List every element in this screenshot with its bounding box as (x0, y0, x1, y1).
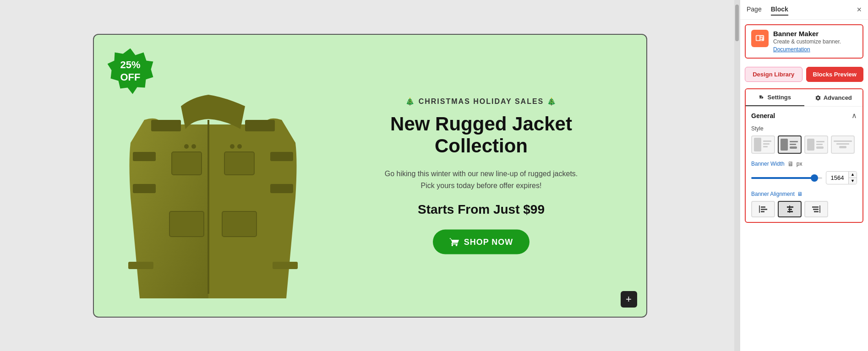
style-option-3[interactable] (804, 135, 828, 154)
cart-icon (449, 237, 459, 247)
jacket-svg (126, 70, 300, 308)
svg-rect-19 (760, 36, 763, 37)
svg-rect-15 (128, 262, 153, 269)
style-option-2[interactable] (778, 135, 802, 154)
svg-rect-16 (273, 262, 298, 269)
svg-rect-21 (760, 40, 762, 40)
svg-rect-35 (836, 143, 849, 145)
banner-maker-info: Banner Maker Create & customize banner. … (773, 30, 841, 53)
svg-rect-31 (816, 141, 824, 142)
svg-point-6 (184, 144, 189, 149)
svg-rect-18 (757, 36, 759, 40)
style-options (751, 135, 857, 154)
banner-maker-title: Banner Maker (773, 30, 841, 38)
px-unit: px (797, 161, 802, 167)
svg-rect-20 (760, 38, 763, 39)
svg-rect-24 (763, 143, 770, 145)
monitor-icon: 🖥 (787, 160, 794, 167)
documentation-link[interactable]: Documentation (773, 46, 810, 53)
width-slider[interactable] (751, 177, 822, 179)
svg-rect-29 (790, 146, 797, 149)
alignment-monitor-icon: 🖥 (797, 191, 802, 197)
banner-maker-icon (751, 30, 769, 47)
align-left[interactable] (751, 201, 775, 217)
svg-rect-36 (839, 146, 846, 148)
shop-now-button[interactable]: SHOP NOW (433, 230, 530, 254)
svg-point-8 (230, 144, 235, 149)
svg-rect-12 (151, 120, 181, 131)
alignment-label: Banner Alignment 🖥 (751, 191, 857, 197)
tab-settings[interactable]: Settings (746, 89, 804, 106)
banner-width-row: Banner Width 🖥 px (751, 160, 857, 167)
canvas-area: 25% OFF (0, 0, 740, 351)
settings-panel: Settings Advanced General ∧ Style (745, 88, 863, 223)
svg-rect-23 (763, 140, 771, 142)
alignment-options (751, 201, 857, 217)
banner-container: 25% OFF (93, 34, 647, 318)
svg-point-9 (237, 144, 242, 149)
main-title: New Rugged Jacket Collection (344, 113, 619, 157)
settings-icon (759, 94, 765, 101)
tab-block[interactable]: Block (771, 4, 788, 16)
width-input[interactable]: 1564 ▲ ▼ (826, 171, 857, 184)
width-value: 1564 (826, 173, 848, 183)
design-library-button[interactable]: Design Library (745, 67, 802, 82)
general-title: General (751, 112, 775, 119)
style-option-4[interactable] (831, 135, 855, 154)
svg-rect-28 (790, 144, 796, 145)
description: Go hiking this winter with our new line-… (344, 168, 619, 191)
add-block-button[interactable]: + (621, 291, 637, 308)
width-arrows: ▲ ▼ (848, 172, 857, 184)
banner-maker-card: Banner Maker Create & customize banner. … (745, 24, 863, 59)
price-text: Starts From Just $99 (344, 202, 619, 217)
svg-rect-0 (133, 152, 156, 161)
svg-point-7 (191, 144, 196, 149)
svg-rect-10 (169, 211, 204, 237)
slider-container: 1564 ▲ ▼ (751, 171, 857, 184)
style-label: Style (751, 125, 857, 132)
general-collapse-button[interactable]: ∧ (852, 111, 857, 120)
banner-width-label: Banner Width (751, 161, 785, 167)
align-right[interactable] (804, 201, 828, 217)
width-increment[interactable]: ▲ (849, 172, 857, 178)
banner-icon-svg (755, 33, 765, 43)
svg-rect-34 (834, 140, 852, 142)
scrollbar-thumb (735, 5, 739, 41)
general-section-header: General ∧ (751, 111, 857, 120)
style-option-1[interactable] (751, 135, 775, 154)
svg-rect-27 (790, 141, 798, 142)
svg-rect-4 (172, 152, 202, 175)
svg-rect-11 (222, 211, 257, 237)
settings-body: General ∧ Style Ba (746, 107, 863, 222)
svg-rect-13 (245, 120, 275, 131)
jacket-image (108, 60, 318, 317)
blocks-preview-button[interactable]: Blocks Preview (806, 67, 864, 82)
tab-advanced[interactable]: Advanced (804, 89, 863, 106)
close-button[interactable]: × (857, 5, 862, 15)
svg-rect-25 (763, 146, 768, 147)
library-buttons: Design Library Blocks Preview (745, 67, 863, 82)
banner-content: 🎄 CHRISTMAS HOLIDAY SALES 🎄 New Rugged J… (344, 97, 619, 254)
holiday-text: 🎄 CHRISTMAS HOLIDAY SALES 🎄 (344, 97, 619, 105)
svg-rect-30 (807, 139, 814, 151)
tab-page[interactable]: Page (747, 4, 762, 16)
slider-thumb (811, 174, 818, 182)
svg-rect-5 (224, 152, 254, 175)
svg-rect-26 (781, 139, 788, 151)
advanced-icon (815, 95, 821, 101)
header-tabs: Page Block (747, 4, 788, 16)
svg-rect-3 (270, 184, 293, 193)
canvas-scrollbar[interactable] (734, 0, 740, 351)
sidebar-header: Page Block × (740, 0, 868, 20)
svg-rect-22 (754, 138, 761, 151)
width-decrement[interactable]: ▼ (849, 178, 857, 184)
align-center[interactable] (778, 201, 802, 217)
svg-rect-33 (816, 146, 824, 149)
svg-rect-32 (816, 144, 823, 145)
svg-rect-2 (270, 152, 293, 161)
banner-maker-description: Create & customize banner. (773, 38, 841, 45)
sidebar: Page Block × Banner Maker Create & custo… (740, 0, 868, 351)
svg-rect-1 (133, 184, 156, 193)
settings-tabs: Settings Advanced (746, 89, 863, 107)
